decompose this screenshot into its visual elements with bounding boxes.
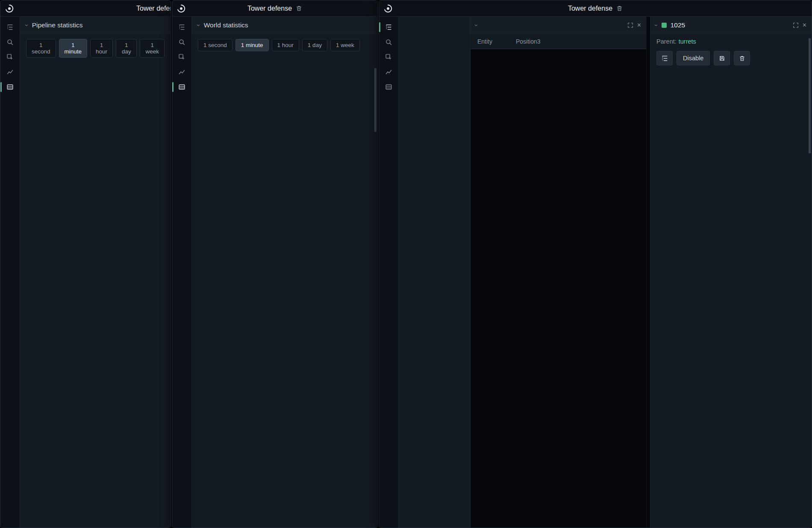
inspector-icon[interactable] <box>4 52 17 62</box>
app-root: Tower defense › Pipeline statistics 1 se… <box>0 0 812 528</box>
icon-rail <box>172 17 192 528</box>
entity-tree-icon[interactable] <box>4 22 17 32</box>
flecs-logo-icon <box>5 4 14 13</box>
inspector-sections <box>650 71 812 528</box>
chevron-down-icon[interactable]: › <box>474 24 480 26</box>
time-range-1-hour[interactable]: 1 hour <box>272 39 299 51</box>
scrollbar-thumb[interactable] <box>809 38 811 153</box>
pipeline-card-list <box>20 63 171 528</box>
entity-tree-icon[interactable] <box>382 22 395 32</box>
scrollbar-thumb[interactable] <box>374 68 377 132</box>
time-range-1-day[interactable]: 1 day <box>116 39 137 58</box>
time-range-1-week[interactable]: 1 week <box>140 39 165 58</box>
search-icon[interactable] <box>176 37 188 47</box>
time-range-1-minute[interactable]: 1 minute <box>59 39 88 58</box>
window-title: Tower defense <box>136 5 171 12</box>
entity-icon <box>662 23 667 28</box>
entity-tree-icon[interactable] <box>176 22 188 32</box>
inspector-icon[interactable] <box>176 52 188 62</box>
time-range-1-day[interactable]: 1 day <box>302 39 327 51</box>
window-world-stats: Tower defense › World statistics 1 secon… <box>172 0 378 528</box>
time-range-buttons: 1 second1 minute1 hour1 day1 week <box>20 34 171 63</box>
pipeline-titlebar[interactable]: Tower defense <box>0 0 171 17</box>
time-range-1-week[interactable]: 1 week <box>330 39 360 51</box>
query-table-header: Entity Position3 <box>471 34 646 49</box>
flecs-logo-icon <box>177 4 186 13</box>
delete-button[interactable] <box>734 51 750 65</box>
save-button[interactable] <box>714 51 730 65</box>
parent-link[interactable]: turrets <box>679 38 696 45</box>
time-range-1-minute[interactable]: 1 minute <box>235 39 269 51</box>
trash-icon[interactable] <box>296 5 302 12</box>
disable-button[interactable]: Disable <box>677 51 710 65</box>
tree-view-button[interactable] <box>656 51 673 65</box>
parent-label: Parent: <box>656 38 677 45</box>
flecs-logo-icon <box>383 4 393 13</box>
inspector-icon[interactable] <box>382 52 395 62</box>
chart-icon[interactable] <box>382 67 395 77</box>
panel-title: World statistics <box>204 21 248 29</box>
time-range-1-second[interactable]: 1 second <box>198 39 232 51</box>
close-icon[interactable]: × <box>803 21 806 29</box>
chart-icon[interactable] <box>4 67 17 77</box>
inspector-toolbar: Disable <box>650 47 812 71</box>
time-range-1-hour[interactable]: 1 hour <box>90 39 113 58</box>
search-icon[interactable] <box>4 37 17 47</box>
query-header: › × <box>471 17 646 34</box>
window-title: Tower defense <box>568 5 623 12</box>
time-range-buttons: 1 second1 minute1 hour1 day1 week <box>192 34 377 56</box>
panel-title: Pipeline statistics <box>32 21 83 29</box>
inspector-panel: › 1025 × Parent: turrets Disable <box>650 17 812 528</box>
time-range-1-second[interactable]: 1 second <box>26 39 56 58</box>
chevron-down-icon[interactable]: › <box>653 24 659 26</box>
inspector-parent-row: Parent: turrets <box>650 34 812 47</box>
window-explorer: Tower defense › × Entity Position3 <box>379 0 812 528</box>
icon-rail <box>379 17 399 528</box>
column-entity: Entity <box>471 38 516 45</box>
trash-icon[interactable] <box>616 5 623 12</box>
inspected-entity-name: 1025 <box>671 21 685 29</box>
window-title: Tower defense <box>247 5 302 12</box>
chevron-down-icon: › <box>196 24 202 26</box>
stats-table-icon[interactable] <box>176 82 188 92</box>
window-pipeline-stats: Tower defense › Pipeline statistics 1 se… <box>0 0 171 528</box>
stats-table-icon[interactable] <box>382 82 395 92</box>
world-stats-list <box>192 56 377 528</box>
world-titlebar[interactable]: Tower defense <box>172 0 377 17</box>
panel-header[interactable]: › World statistics <box>192 17 377 34</box>
chevron-down-icon: › <box>24 24 30 26</box>
empty-area <box>471 49 646 528</box>
panel-header[interactable]: › Pipeline statistics <box>20 17 171 34</box>
explorer-titlebar[interactable]: Tower defense <box>379 0 812 17</box>
icon-rail <box>0 17 20 528</box>
column-position3: Position3 <box>516 38 541 45</box>
expand-icon[interactable] <box>793 22 799 28</box>
inspector-header: › 1025 × <box>650 17 812 34</box>
query-panel: › × Entity Position3 <box>471 17 647 528</box>
expand-icon[interactable] <box>627 22 633 28</box>
chart-icon[interactable] <box>176 67 188 77</box>
stats-table-icon[interactable] <box>4 82 17 92</box>
close-icon[interactable]: × <box>637 21 641 29</box>
entity-tree <box>399 17 471 528</box>
search-icon[interactable] <box>382 37 395 47</box>
